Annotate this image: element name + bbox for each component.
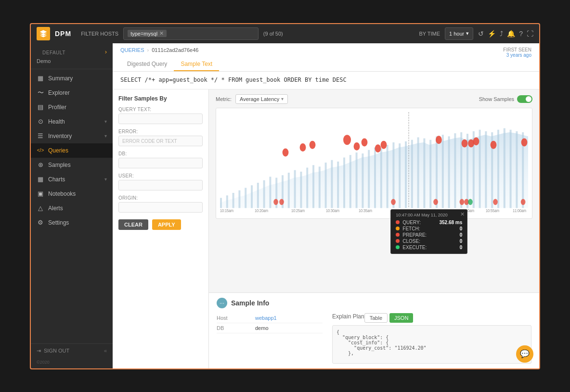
sidebar: DEFAULT › Demo ▦ Summary 〜 Explorer ▤ Pr…: [31, 43, 113, 368]
sidebar-item-charts[interactable]: ▦ Charts ▾: [31, 172, 113, 187]
tooltip-title: 10:47:00 AM May 11, 2020: [396, 213, 462, 217]
collapse-icon[interactable]: «: [104, 348, 107, 354]
first-seen-value[interactable]: 3 years ago: [503, 52, 531, 58]
explain-header: Explain Plan: [332, 313, 364, 320]
filter-hosts-label: FILTER HOSTS: [81, 31, 118, 37]
expand-icon[interactable]: ⛶: [527, 30, 533, 38]
svg-point-58: [381, 140, 387, 149]
svg-rect-24: [368, 150, 370, 208]
tooltip-row-query: QUERY: 352.68 ms: [396, 219, 462, 226]
help-icon[interactable]: ?: [519, 30, 523, 38]
svg-point-66: [279, 199, 284, 205]
svg-rect-33: [423, 138, 425, 208]
filter-input-error[interactable]: [118, 136, 203, 146]
sidebar-item-samples[interactable]: ⊛ Samples: [31, 158, 113, 172]
chart-svg[interactable]: 10:15am 10:20am 10:25am 10:30am 10:35am …: [220, 112, 528, 213]
filter-input-user[interactable]: [118, 180, 203, 190]
svg-point-55: [354, 142, 360, 151]
svg-point-63: [491, 140, 497, 149]
breadcrumb-queries-link[interactable]: QUERIES: [120, 47, 144, 53]
tooltip-dot-fetch: [396, 227, 400, 230]
filter-buttons: CLEAR APPLY: [118, 219, 203, 230]
refresh-icon[interactable]: ↺: [478, 30, 484, 38]
apply-button[interactable]: APPLY: [152, 219, 181, 230]
sidebar-item-notebooks[interactable]: ▣ Notebooks: [31, 187, 113, 201]
filter-tag[interactable]: type=mysql ✕: [128, 30, 167, 37]
sample-info-header: ··· Sample Info: [217, 298, 531, 308]
chart-area: Metric: Average Latency ▾ Show Samples: [209, 89, 539, 292]
svg-point-72: [493, 199, 498, 205]
sign-out-button[interactable]: ⇥ SIGN OUT «: [31, 343, 113, 358]
chart-tooltip: ✕ 10:47:00 AM May 11, 2020 QUERY: 352.68…: [390, 209, 467, 254]
svg-point-69: [460, 199, 465, 205]
svg-text:10:25am: 10:25am: [291, 207, 305, 213]
lightning-icon[interactable]: ⚡: [488, 30, 496, 38]
svg-rect-11: [288, 173, 290, 208]
bell-icon[interactable]: 🔔: [507, 30, 515, 38]
sidebar-item-alerts[interactable]: △ Alerts: [31, 201, 113, 215]
share-icon[interactable]: ⤴: [500, 30, 503, 38]
show-samples-toggle[interactable]: [517, 95, 532, 103]
svg-point-64: [521, 138, 528, 146]
svg-rect-12: [294, 170, 296, 208]
svg-rect-15: [312, 165, 314, 208]
sidebar-item-profiler[interactable]: ▤ Profiler: [31, 100, 113, 114]
sidebar-expand-arrow[interactable]: ›: [105, 48, 107, 55]
svg-rect-46: [504, 128, 505, 208]
filter-bar[interactable]: type=mysql ✕: [123, 27, 259, 40]
explain-table-button[interactable]: Table: [364, 313, 388, 323]
svg-point-54: [343, 135, 351, 145]
sidebar-item-inventory[interactable]: ☰ Inventory ▾: [31, 129, 113, 143]
tooltip-row-prepare: PREPARE: 0: [396, 232, 462, 238]
filter-input-db[interactable]: [118, 158, 203, 168]
svg-rect-27: [387, 145, 389, 208]
sidebar-item-health[interactable]: ⊙ Health ▾: [31, 114, 113, 129]
tooltip-close[interactable]: ✕: [460, 211, 465, 217]
sign-out-label: SIGN OUT: [44, 348, 69, 354]
svg-rect-48: [516, 131, 518, 208]
svg-rect-20: [343, 157, 345, 208]
tooltip-val-fetch: 0: [460, 226, 463, 231]
filter-label-origin: ORIGIN:: [118, 195, 203, 201]
clear-button[interactable]: CLEAR: [118, 219, 148, 230]
sidebar-item-summary[interactable]: ▦ Summary: [31, 71, 113, 86]
tooltip-row-close: CLOSE: 0: [396, 238, 462, 244]
charts-icon: ▦: [37, 176, 44, 183]
sample-val-host[interactable]: webapp1: [255, 315, 277, 321]
chat-button[interactable]: 💬: [516, 345, 533, 363]
svg-text:10:20am: 10:20am: [255, 207, 268, 213]
explain-json-button[interactable]: JSON: [389, 313, 413, 323]
svg-rect-7: [263, 180, 265, 208]
sample-info-icon: ···: [217, 298, 227, 308]
samples-icon: ⊛: [37, 161, 44, 169]
filter-input-origin[interactable]: [118, 202, 203, 213]
tooltip-key-fetch: FETCH:: [402, 226, 456, 231]
inventory-icon: ☰: [37, 132, 44, 140]
tooltip-dot-close: [396, 239, 400, 243]
svg-rect-16: [319, 166, 321, 208]
sidebar-item-queries[interactable]: </> Queries: [31, 143, 113, 158]
sidebar-label-samples: Samples: [48, 162, 71, 168]
tab-sample-text[interactable]: Sample Text: [174, 58, 219, 71]
svg-point-67: [391, 199, 396, 205]
svg-point-53: [310, 140, 316, 149]
filter-label-query-text: QUERY TEXT:: [118, 107, 203, 112]
svg-rect-45: [497, 129, 499, 208]
sidebar-item-settings[interactable]: ⚙ Settings: [31, 215, 113, 230]
filter-input-query-text[interactable]: [118, 114, 203, 124]
sidebar-item-explorer[interactable]: 〜 Explorer: [31, 86, 113, 100]
summary-icon: ▦: [37, 75, 44, 82]
sidebar-label-health: Health: [48, 118, 65, 125]
svg-rect-6: [257, 183, 259, 208]
svg-rect-14: [306, 167, 308, 208]
svg-rect-3: [238, 190, 240, 208]
filter-tag-remove[interactable]: ✕: [159, 30, 164, 37]
svg-point-65: [273, 199, 278, 205]
tab-digested-query[interactable]: Digested Query: [120, 58, 174, 71]
svg-rect-47: [510, 129, 512, 208]
alerts-icon: △: [37, 204, 44, 212]
metric-select[interactable]: Average Latency ▾: [235, 94, 288, 104]
time-selector[interactable]: 1 hour ▾: [445, 27, 473, 40]
main-layout: DEFAULT › Demo ▦ Summary 〜 Explorer ▤ Pr…: [31, 43, 539, 368]
sign-out-icon: ⇥: [37, 348, 41, 354]
